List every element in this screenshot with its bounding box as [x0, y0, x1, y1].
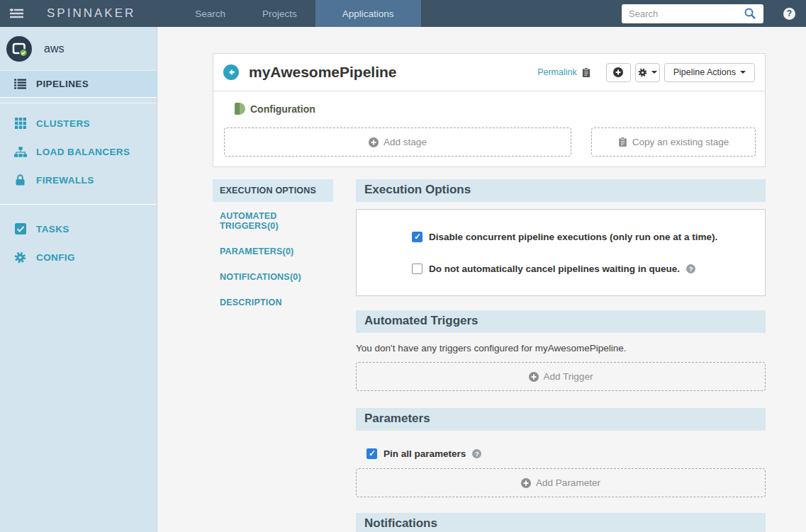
sidebar-item-tasks[interactable]: TASKS: [0, 215, 157, 243]
add-trigger-button[interactable]: Add Trigger: [356, 362, 766, 391]
help-icon[interactable]: ?: [783, 8, 795, 20]
main-content: myAwesomePipeline Permalink: [157, 27, 806, 532]
plus-circle-icon: [613, 67, 623, 77]
configuration-stage-icon: [235, 103, 245, 115]
pipeline-actions-button[interactable]: Pipeline Actions: [664, 63, 755, 82]
notifications-section: Notifications: [356, 513, 766, 532]
list-icon: [13, 79, 27, 89]
config-sections: Execution Options Disable concurrent pip…: [356, 179, 766, 532]
disable-concurrent-checkbox-row[interactable]: Disable concurrent pipeline executions (…: [412, 232, 751, 242]
spinnaker-logo[interactable]: SPINNAKER: [47, 6, 135, 21]
nav-parameters[interactable]: PARAMETERS(0): [213, 240, 333, 263]
copy-stage-label: Copy an existing stage: [632, 137, 729, 147]
plus-circle-icon: [369, 137, 379, 147]
back-button[interactable]: [223, 64, 242, 80]
create-pipeline-button[interactable]: [606, 63, 631, 82]
nav-notifications[interactable]: NOTIFICATIONS(0): [213, 266, 333, 288]
sidebar-item-config[interactable]: CONFIG: [0, 243, 157, 271]
plus-circle-icon: [521, 478, 531, 488]
checkbox-label: Disable concurrent pipeline executions (…: [429, 232, 717, 242]
config-section-nav: EXECUTION OPTIONS AUTOMATED TRIGGERS(0) …: [213, 179, 333, 532]
add-stage-label: Add stage: [384, 137, 427, 147]
nav-tab-applications[interactable]: Applications: [315, 0, 421, 27]
sidebar-item-label: TASKS: [36, 224, 69, 234]
config-layout: EXECUTION OPTIONS AUTOMATED TRIGGERS(0) …: [213, 179, 766, 532]
nav-tab-search[interactable]: Search: [177, 0, 244, 27]
disable-concurrent-checkbox[interactable]: [412, 232, 422, 242]
add-stage-button[interactable]: Add stage: [224, 128, 571, 157]
sidebar-item-load-balancers[interactable]: LOAD BALANCERS: [0, 137, 157, 166]
grid-icon: [13, 118, 27, 129]
nav-description[interactable]: DESCRIPTION: [213, 291, 333, 314]
checkbox-label: Do not automatically cancel pipelines wa…: [429, 264, 680, 274]
sidebar-item-label: PIPELINES: [36, 79, 89, 89]
clipboard-icon: [582, 67, 590, 78]
gear-icon: [13, 251, 27, 264]
plus-circle-icon: [529, 372, 539, 382]
add-parameter-button[interactable]: Add Parameter: [356, 468, 766, 497]
sidebar-item-label: LOAD BALANCERS: [36, 147, 130, 157]
sidebar-item-label: CONFIG: [36, 252, 75, 263]
chevron-down-icon: [740, 71, 746, 74]
copy-existing-stage-button[interactable]: Copy an existing stage: [591, 128, 756, 157]
stage-buttons-row: Add stage Copy an existing stage: [224, 128, 754, 157]
collapse-sidebar-button[interactable]: [0, 0, 33, 27]
app-header[interactable]: aws: [0, 27, 157, 71]
pipeline-settings-button[interactable]: [635, 63, 660, 82]
sidebar-divider: [0, 204, 157, 205]
chevron-down-icon: [651, 71, 657, 74]
pin-all-parameters-checkbox[interactable]: [366, 448, 377, 459]
help-icon[interactable]: ?: [472, 449, 481, 458]
sidebar-item-label: FIREWALLS: [36, 175, 94, 186]
sitemap-icon: [13, 147, 27, 157]
sidebar-item-label: CLUSTERS: [36, 118, 90, 129]
copy-icon: [618, 137, 627, 147]
search-icon: [744, 7, 761, 20]
app-name: aws: [44, 43, 64, 55]
sidebar-item-pipelines[interactable]: PIPELINES: [0, 71, 157, 98]
execution-options-panel: Disable concurrent pipeline executions (…: [356, 209, 766, 296]
checkbox-label: Pin all parameters: [384, 448, 466, 459]
automated-triggers-section: Automated Triggers You don't have any tr…: [356, 310, 766, 391]
section-title: Parameters: [356, 408, 766, 431]
sidebar-spacer: [0, 98, 157, 103]
section-title: Automated Triggers: [356, 310, 766, 333]
sidebar-item-firewalls[interactable]: FIREWALLS: [0, 166, 157, 194]
search-input[interactable]: [622, 4, 763, 23]
execution-options-section: Execution Options Disable concurrent pip…: [356, 179, 766, 296]
sidebar-item-clusters[interactable]: CLUSTERS: [0, 109, 157, 137]
nav-execution-options[interactable]: EXECUTION OPTIONS: [213, 179, 333, 202]
add-parameter-label: Add Parameter: [536, 477, 600, 488]
pipeline-actions-label: Pipeline Actions: [673, 67, 736, 77]
pipeline-card-body: Configuration Add stage: [213, 91, 765, 166]
triggers-empty-text: You don't have any triggers configured f…: [356, 343, 766, 353]
application-icon: [6, 35, 33, 62]
gear-icon: [638, 68, 647, 77]
no-auto-cancel-checkbox[interactable]: [412, 264, 422, 274]
permalink-label: Permalink: [537, 67, 577, 77]
collapse-arrow-icon: [9, 9, 24, 18]
pin-all-parameters-row[interactable]: Pin all parameters ?: [366, 448, 766, 459]
search-button[interactable]: [744, 6, 761, 21]
permalink-link[interactable]: Permalink: [537, 67, 590, 78]
add-trigger-label: Add Trigger: [544, 371, 593, 382]
top-navbar: SPINNAKER Search Projects Applications ?: [0, 0, 806, 27]
nav-automated-triggers[interactable]: AUTOMATED TRIGGERS(0): [213, 205, 333, 237]
lock-icon: [13, 174, 27, 186]
back-arrow-icon: [223, 64, 242, 80]
app-sidebar: aws PIPELINES CLUSTERS: [0, 27, 157, 532]
parameters-section: Parameters Pin all parameters ? Add Para…: [356, 408, 766, 497]
pipeline-config-card: myAwesomePipeline Permalink: [213, 53, 766, 167]
configuration-tab[interactable]: Configuration: [235, 103, 315, 115]
help-icon[interactable]: ?: [686, 264, 695, 273]
global-search: [622, 4, 763, 23]
configuration-tab-label: Configuration: [250, 103, 315, 115]
pipeline-title: myAwesomePipeline: [249, 64, 397, 81]
no-auto-cancel-checkbox-row[interactable]: Do not automatically cancel pipelines wa…: [412, 264, 751, 274]
section-title: Execution Options: [356, 179, 766, 202]
section-title: Notifications: [356, 513, 766, 532]
nav-tab-projects[interactable]: Projects: [244, 0, 315, 27]
check-square-icon: [13, 223, 27, 234]
pipeline-card-header: myAwesomePipeline Permalink: [213, 54, 765, 91]
